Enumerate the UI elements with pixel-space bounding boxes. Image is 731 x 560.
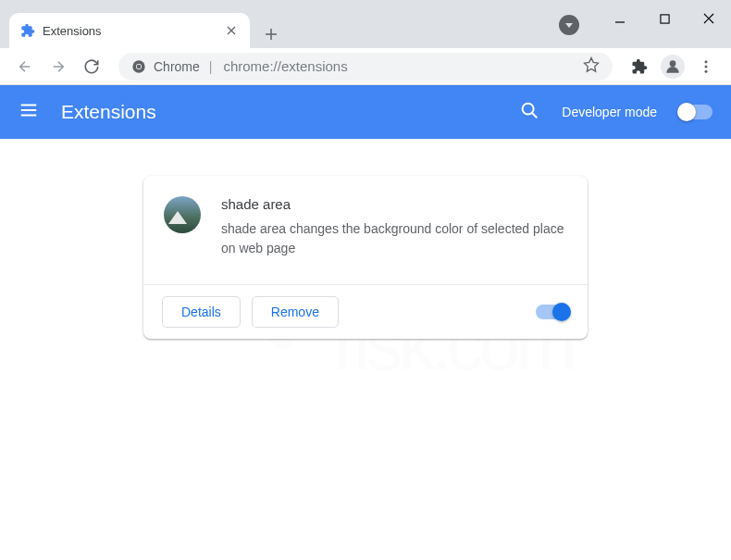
window-titlebar: Extensions [0,0,731,48]
tab-strip: Extensions [0,0,559,48]
extension-avatar-icon [164,196,201,233]
browser-tab[interactable]: Extensions [9,13,250,48]
reload-button[interactable] [78,53,105,81]
bookmark-star-icon[interactable] [583,56,600,77]
url-text: chrome://extensions [223,58,347,74]
developer-mode-label: Developer mode [562,105,657,119]
extension-card: shade area shade area changes the backgr… [143,176,588,339]
extension-name: shade area [221,196,567,212]
svg-point-6 [670,60,676,67]
svg-point-5 [137,64,142,68]
maximize-button[interactable] [642,3,687,34]
details-button[interactable]: Details [162,296,241,328]
svg-point-8 [705,65,708,68]
svg-point-9 [705,69,708,72]
extension-enable-toggle[interactable] [536,305,569,319]
toggle-knob [552,303,571,321]
remove-button[interactable]: Remove [252,296,339,328]
address-label: Chrome [154,59,200,74]
close-button[interactable] [687,3,731,34]
chrome-icon [131,59,146,74]
address-bar[interactable]: Chrome | chrome://extensions [118,53,613,81]
extension-description: shade area changes the background color … [221,219,567,258]
svg-point-7 [705,60,708,63]
hamburger-menu-icon[interactable] [19,100,39,124]
update-indicator[interactable] [559,15,579,35]
tab-title: Extensions [43,24,217,38]
card-body: shade area shade area changes the backgr… [143,176,588,284]
minimize-button[interactable] [598,3,642,34]
toggle-knob [677,103,696,121]
content-area: shade area shade area changes the backgr… [0,139,731,376]
extension-info: shade area shade area changes the backgr… [221,196,567,258]
back-button[interactable] [11,53,39,81]
extension-icon [20,23,35,38]
svg-rect-2 [660,14,668,22]
window-controls [598,0,731,37]
divider: | [209,59,213,74]
extensions-header: Extensions Developer mode [0,85,731,139]
menu-dots-icon[interactable] [692,53,720,81]
browser-toolbar: Chrome | chrome://extensions [0,48,731,85]
profile-avatar[interactable] [659,53,687,81]
developer-mode-toggle[interactable] [679,105,712,119]
new-tab-button[interactable] [257,20,285,48]
close-icon[interactable] [224,23,239,38]
page-title: Extensions [61,101,497,123]
site-info: Chrome | [131,59,214,74]
card-footer: Details Remove [143,284,588,339]
extensions-puzzle-icon[interactable] [626,53,653,81]
forward-button[interactable] [44,53,72,81]
svg-point-10 [523,104,534,115]
search-icon[interactable] [519,100,539,124]
